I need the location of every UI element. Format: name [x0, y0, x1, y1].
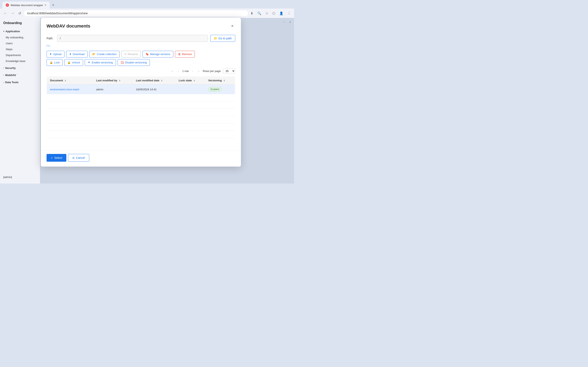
- breadcrumb[interactable]: / >: [47, 44, 235, 48]
- edit-icon: ✏: [124, 53, 127, 56]
- table-empty-row-5: [47, 124, 235, 131]
- unlock-icon: 🔓: [67, 61, 71, 64]
- address-icons: ⬇ 🔍 ☆ ⬡ 👤 ⋮: [250, 11, 292, 16]
- main-layout: Onboarding ▾ Application My onboarding U…: [0, 18, 294, 184]
- create-collection-button[interactable]: 📂 Create collection: [89, 51, 120, 58]
- sidebar-item-my-onboarding[interactable]: My onboarding: [0, 34, 40, 40]
- trash-icon: 🗑: [178, 53, 181, 56]
- table-row[interactable]: environment-Linux-mach admin 16/05/2024 …: [47, 85, 235, 94]
- last-page-button[interactable]: »: [196, 69, 201, 74]
- cell-document[interactable]: environment-Linux-mach: [47, 85, 93, 94]
- disable-versioning-button[interactable]: 🚫 Disable versioning: [118, 59, 150, 66]
- profile-icon[interactable]: 👤: [278, 11, 284, 16]
- cancel-button[interactable]: ⊘ Cancel: [68, 154, 89, 162]
- forward-button[interactable]: →: [10, 11, 16, 16]
- sidebar-section-label-data-tools: Data Tools: [5, 81, 18, 84]
- tab-title: Webdav document wrapper: [11, 4, 43, 7]
- sort-icon-lock-state: ⇕: [193, 80, 195, 82]
- enable-versioning-label: Enable versioning: [92, 61, 113, 64]
- next-page-button[interactable]: ›: [190, 69, 195, 74]
- data-table: Document ⇕ Last modified by ⇕ Last modif…: [47, 76, 235, 146]
- sidebar-section-header-security[interactable]: › Security: [0, 65, 40, 71]
- chevron-right-icon-3: ›: [3, 81, 4, 83]
- modal-body: Path: 📁 Go to path / > ⬆ Upload: [41, 33, 241, 150]
- sidebar-item-knowledge-base[interactable]: Knowledge base: [0, 58, 40, 64]
- modal-close-button[interactable]: ×: [229, 23, 235, 29]
- upload-button[interactable]: ⬆ Upload: [47, 51, 65, 58]
- sidebar-title: Onboarding: [0, 21, 40, 28]
- modal-header: WebDAV documents ×: [41, 18, 241, 33]
- col-versioning[interactable]: Versioning ⇕: [205, 76, 235, 85]
- tab-favicon: W: [6, 3, 9, 7]
- action-row-1: ⬆ Upload ⬇ Download 📂 Create collection …: [47, 51, 235, 58]
- address-bar: ← → ↺ ⬇ 🔍 ☆ ⬡ 👤 ⋮: [0, 8, 294, 18]
- versions-icon: 🔖: [146, 53, 149, 56]
- eye-icon: 👁: [88, 61, 90, 64]
- rename-label: Rename: [128, 53, 138, 56]
- cell-last-modified-by: admin: [93, 85, 133, 94]
- col-lock-state[interactable]: Lock state ⇕: [175, 76, 205, 85]
- bookmark-icon[interactable]: ☆: [265, 11, 269, 16]
- sidebar-section-header-data-tools[interactable]: › Data Tools: [0, 79, 40, 85]
- col-last-modified-date-label: Last modified date: [136, 79, 159, 82]
- table-empty-row-2: [47, 101, 235, 109]
- active-tab[interactable]: W Webdav document wrapper ×: [2, 2, 50, 8]
- remove-button[interactable]: 🗑 Remove: [175, 51, 195, 58]
- select-button[interactable]: ✓ Select: [47, 154, 66, 162]
- rows-info: 1 row: [182, 69, 189, 73]
- col-last-modified-date[interactable]: Last modified date ⇕: [133, 76, 176, 85]
- new-tab-button[interactable]: +: [51, 2, 56, 8]
- sidebar-item-steps[interactable]: Steps: [0, 46, 40, 52]
- download-label: Download: [73, 53, 85, 56]
- path-section: Path: 📁 Go to path: [47, 33, 235, 42]
- cell-last-modified-date: 16/05/2024 14:41: [133, 85, 176, 94]
- sort-icon-last-modified-by: ⇕: [119, 80, 121, 82]
- sidebar-section-header-webdav[interactable]: › WebDAV: [0, 72, 40, 78]
- col-last-modified-by[interactable]: Last modified by ⇕: [93, 76, 133, 85]
- document-link[interactable]: environment-Linux-mach: [50, 88, 79, 91]
- back-button[interactable]: ←: [2, 11, 8, 16]
- lock-label: Lock: [54, 61, 60, 64]
- search-icon[interactable]: 🔍: [256, 11, 262, 16]
- unlock-button[interactable]: 🔓 Unlock: [64, 59, 83, 66]
- create-collection-label: Create collection: [97, 53, 117, 56]
- first-page-button[interactable]: «: [170, 69, 175, 74]
- download-page-icon[interactable]: ⬇: [250, 11, 254, 16]
- manage-versions-label: Manage versions: [150, 53, 170, 56]
- table-empty-row-6: [47, 131, 235, 138]
- reload-button[interactable]: ↺: [17, 11, 22, 16]
- menu-icon[interactable]: ⋮: [287, 11, 292, 16]
- chevron-right-icon: ›: [3, 67, 4, 69]
- sidebar-section-header-application[interactable]: ▾ Application: [0, 28, 40, 34]
- col-versioning-label: Versioning: [208, 79, 222, 82]
- rows-per-page-select[interactable]: 10 25 50 100: [223, 68, 235, 74]
- sidebar-section-label-application: Application: [6, 30, 20, 33]
- sidebar-section-label-security: Security: [5, 67, 16, 69]
- tab-close-button[interactable]: ×: [45, 3, 46, 7]
- path-input[interactable]: [57, 35, 208, 42]
- url-input[interactable]: [24, 10, 248, 16]
- table-empty-row-3: [47, 109, 235, 116]
- sidebar-section-label-webdav: WebDAV: [5, 74, 16, 77]
- versioning-badge: Enabled: [208, 87, 222, 92]
- cell-lock-state: [175, 85, 205, 94]
- folder-icon: 📁: [214, 37, 217, 40]
- rename-button[interactable]: ✏ Rename: [121, 51, 141, 58]
- col-last-modified-by-label: Last modified by: [96, 79, 117, 82]
- cell-versioning: Enabled: [205, 85, 235, 94]
- manage-versions-button[interactable]: 🔖 Manage versions: [143, 51, 173, 58]
- download-button[interactable]: ⬇ Download: [66, 51, 87, 58]
- sidebar-item-users[interactable]: Users: [0, 40, 40, 46]
- lock-button[interactable]: 🔒 Lock: [47, 59, 63, 66]
- prev-page-button[interactable]: ‹: [176, 69, 181, 74]
- col-document[interactable]: Document ⇕: [47, 76, 93, 85]
- col-document-label: Document: [50, 79, 63, 82]
- go-to-path-button[interactable]: 📁 Go to path: [210, 35, 235, 42]
- table-empty-row-4: [47, 116, 235, 124]
- extensions-icon[interactable]: ⬡: [272, 11, 276, 16]
- sidebar-item-departments[interactable]: Departments: [0, 52, 40, 58]
- eye-slash-icon: 🚫: [121, 61, 124, 64]
- col-lock-state-label: Lock state: [179, 79, 192, 82]
- select-label: Select: [54, 156, 62, 159]
- enable-versioning-button[interactable]: 👁 Enable versioning: [85, 59, 116, 66]
